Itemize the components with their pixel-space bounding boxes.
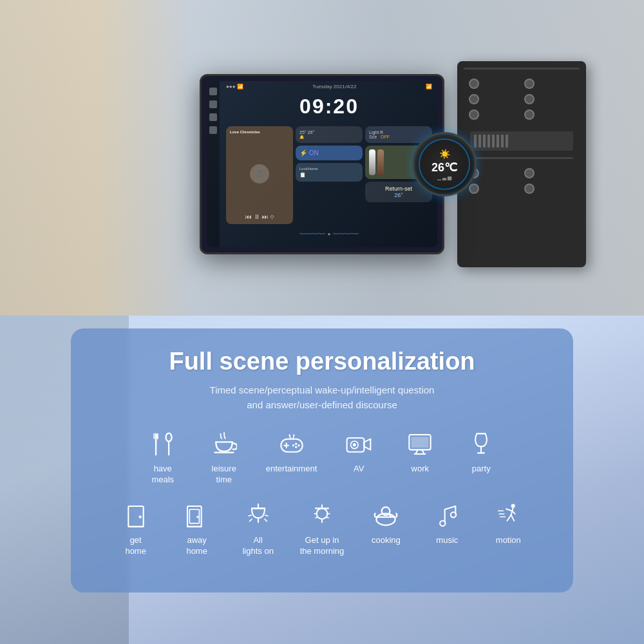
tea-cup-icon (211, 430, 237, 459)
door-icon (123, 502, 149, 530)
get-up-morning-item: Get up inthe morning (300, 502, 345, 557)
menu-icon (209, 113, 217, 121)
entertainment-item: entertainment (266, 430, 317, 486)
person-move-icon (495, 502, 521, 530)
home-icon (209, 88, 217, 95)
bluetooth-widget[interactable]: ⚡ ON (296, 146, 363, 160)
work-label: work (412, 464, 429, 475)
thermostat-outer-ring: ☀️ 26℃ ▁▃▅ (412, 132, 477, 196)
lamp-icon (245, 502, 271, 530)
feature-subtitle: Timed scene/perceptual wake-up/intellige… (97, 383, 547, 412)
music-scene-item: music (428, 502, 466, 557)
svg-point-55 (440, 520, 445, 526)
sensor-widget: 25° 26° 🔔 (296, 126, 363, 143)
svg-point-12 (298, 444, 299, 446)
sun-icon: ☀️ (439, 149, 450, 159)
all-lights-label: Alllights on (242, 535, 273, 557)
thermostat-temp: 26℃ (431, 160, 457, 175)
settings-icon (209, 100, 217, 108)
thermostat-inner: ☀️ 26℃ ▁▃▅ (419, 138, 470, 190)
voice-bar[interactable]: 〰〰〰〰 ● 〰〰〰〰 (221, 227, 437, 242)
svg-point-14 (295, 446, 297, 448)
pot-icon (373, 502, 399, 530)
svg-point-43 (317, 508, 328, 519)
av-label: AV (354, 464, 364, 475)
svg-line-50 (327, 516, 328, 518)
get-home-label: gethome (125, 535, 146, 557)
work-item: work (401, 430, 439, 486)
get-up-morning-label: Get up inthe morning (300, 535, 345, 557)
thermostat-dial[interactable]: ☀️ 26℃ ▁▃▅ (412, 132, 477, 196)
svg-point-5 (166, 433, 171, 442)
svg-point-21 (353, 443, 356, 446)
feature-card: Full scene personalization Timed scene/p… (71, 328, 573, 592)
party-item: party (462, 430, 500, 486)
screen-sidebar (207, 81, 220, 247)
fork-spoon-icon (150, 430, 176, 459)
svg-line-62 (511, 515, 515, 520)
feature-info-section: Full scene personalization Timed scene/p… (0, 316, 644, 644)
away-home-item: awayhome (178, 502, 216, 557)
cooking-item: cooking (366, 502, 405, 557)
widget-grid: Love Chronicles 🎵 ⏮ ⏸ ⏭ ♡ 25° 26° 🔔 ⚡ (221, 124, 437, 227)
leisure-time-item: leisuretime (205, 430, 243, 486)
entertainment-label: entertainment (266, 464, 317, 475)
svg-line-39 (249, 519, 251, 521)
leisure-time-label: leisuretime (212, 464, 236, 486)
away-home-label: awayhome (186, 535, 207, 557)
away-door-icon (184, 502, 210, 530)
svg-point-18 (293, 435, 295, 437)
gamepad-icon (279, 430, 305, 459)
status-bar: ●●● 📶 Tuesday 2021/4/22 📶 (221, 81, 437, 92)
party-label: party (472, 464, 491, 475)
motion-label: motion (496, 535, 521, 546)
camera-icon (346, 430, 372, 459)
music-widget[interactable]: Love Chronicles 🎵 ⏮ ⏸ ⏭ ♡ (226, 126, 293, 224)
date-display: Tuesday 2021/4/22 (312, 84, 356, 90)
sun-lamp-icon (309, 502, 335, 530)
music-label: music (436, 535, 458, 546)
monitor-icon (407, 430, 433, 459)
svg-point-56 (451, 512, 456, 517)
get-home-item: gethome (117, 502, 155, 557)
svg-line-49 (316, 516, 317, 518)
svg-point-13 (292, 444, 294, 446)
svg-line-40 (265, 519, 267, 521)
feature-title: Full scene personalization (97, 348, 547, 375)
svg-point-11 (295, 443, 297, 445)
music-note-icon (434, 502, 460, 530)
time-display: 09:20 (221, 92, 437, 124)
wifi-icon: 📶 (426, 84, 432, 90)
screen-content: ●●● 📶 Tuesday 2021/4/22 📶 09:20 Love Chr… (207, 81, 437, 247)
svg-line-60 (512, 511, 515, 514)
have-meals-item: havemeals (144, 430, 182, 486)
svg-rect-23 (412, 437, 429, 448)
back-mount-panel (457, 61, 586, 267)
device-photo-section: ●●● 📶 Tuesday 2021/4/22 📶 09:20 Love Chr… (0, 0, 644, 316)
svg-line-61 (507, 515, 511, 520)
svg-point-31 (138, 515, 141, 518)
svg-point-16 (289, 435, 290, 437)
signal-icons: ●●● 📶 (226, 84, 243, 90)
wine-glass-icon (468, 430, 494, 459)
av-item: AV (339, 430, 378, 486)
svg-line-41 (249, 515, 251, 516)
svg-point-34 (196, 516, 198, 518)
svg-line-42 (265, 515, 268, 516)
device-wrapper: ●●● 📶 Tuesday 2021/4/22 📶 09:20 Love Chr… (200, 74, 444, 254)
cooking-label: cooking (372, 535, 401, 546)
all-lights-item: Alllights on (239, 502, 278, 557)
main-touch-panel: ●●● 📶 Tuesday 2021/4/22 📶 09:20 Love Chr… (200, 74, 444, 254)
scene-icons-row2: gethome awayhome (97, 502, 547, 557)
scene-widget[interactable]: LockHome 📋 (296, 163, 363, 182)
motion-item: motion (489, 502, 527, 557)
svg-line-59 (506, 509, 512, 511)
back-icon (209, 126, 217, 134)
have-meals-label: havemeals (151, 464, 174, 486)
scene-icons-row1: havemeals leisuretime (97, 430, 547, 486)
signal-bars: ▁▃▅ (437, 175, 451, 180)
